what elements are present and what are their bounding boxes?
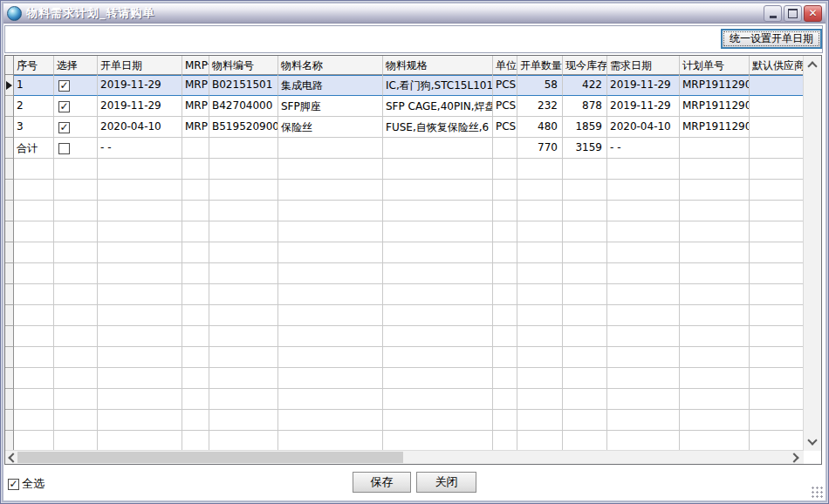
cell-stock[interactable]: 878	[563, 96, 607, 117]
cell-item_no[interactable]: B42704000	[209, 96, 278, 117]
cell-unit[interactable]: PCS	[493, 75, 517, 96]
scroll-left-button[interactable]	[5, 451, 18, 464]
header-cell-qty[interactable]: 开单数量	[517, 56, 563, 75]
horizontal-scrollbar[interactable]	[5, 450, 804, 464]
header-cell-order_date[interactable]: 开单日期	[98, 56, 182, 75]
cell-plan_no[interactable]	[680, 138, 750, 159]
cell-unit[interactable]: PCS	[493, 117, 517, 138]
cell-mrp[interactable]: MRP	[182, 117, 209, 138]
set-order-date-button[interactable]: 统一设置开单日期	[721, 29, 822, 49]
cell-mrp[interactable]	[182, 138, 209, 159]
header-cell-item_name[interactable]: 物料名称	[278, 56, 383, 75]
cell-item_name[interactable]: SFP脚座	[278, 96, 383, 117]
cell-item_no[interactable]: B02151501	[209, 75, 278, 96]
total-row[interactable]: 合计- -7703159- -	[5, 138, 804, 159]
row-select-checkbox[interactable]: ✓	[58, 122, 70, 133]
cell-order_date[interactable]: 2019-11-29	[98, 75, 182, 96]
cell-supplier[interactable]	[750, 117, 804, 138]
scroll-down-button[interactable]	[804, 434, 821, 449]
cell-qty	[517, 389, 563, 410]
cell-item_no[interactable]	[209, 138, 278, 159]
row-select-checkbox[interactable]: ✓	[58, 101, 70, 112]
footer-close-button[interactable]: 关闭	[416, 472, 476, 493]
cell-seq[interactable]: 2	[14, 96, 54, 117]
cell-spec[interactable]	[383, 138, 493, 159]
resize-grip[interactable]	[812, 487, 824, 499]
cell-item_name[interactable]	[278, 138, 383, 159]
cell-qty[interactable]: 770	[517, 138, 563, 159]
table-row[interactable]: 1✓2019-11-29MRPB02151501集成电路IC,看门狗,STC15…	[5, 75, 804, 96]
row-gutter-cell[interactable]	[5, 75, 14, 96]
header-cell-spec[interactable]: 物料规格	[383, 56, 493, 75]
cell-item_name[interactable]: 保险丝	[278, 117, 383, 138]
save-button[interactable]: 保存	[353, 472, 411, 493]
cell-seq[interactable]: 3	[14, 117, 54, 138]
cell-select	[54, 221, 98, 242]
select-all-control[interactable]: ✓ 全选	[8, 476, 45, 492]
scroll-up-button[interactable]	[804, 58, 821, 72]
header-cell-stock[interactable]: 现今库存	[563, 56, 607, 75]
cell-qty[interactable]: 58	[517, 75, 563, 96]
header-cell-seq[interactable]: 序号	[14, 56, 54, 75]
cell-seq[interactable]: 1	[14, 75, 54, 96]
cell-select[interactable]: ✓	[54, 117, 98, 138]
cell-spec[interactable]: SFP CAGE,40PIN,焊盘	[383, 96, 493, 117]
cell-select[interactable]	[54, 138, 98, 159]
cell-mrp[interactable]: MRP	[182, 96, 209, 117]
cell-mrp[interactable]: MRP	[182, 75, 209, 96]
table-row[interactable]: 3✓2020-04-10MRPB5195209002保险丝FUSE,自恢复保险丝…	[5, 117, 804, 138]
scroll-right-button[interactable]	[789, 451, 802, 464]
cell-spec[interactable]: FUSE,自恢复保险丝,6	[383, 117, 493, 138]
cell-supplier[interactable]	[750, 75, 804, 96]
maximize-button[interactable]	[784, 5, 802, 22]
header-cell-item_no[interactable]: 物料编号	[209, 56, 278, 75]
row-gutter-cell[interactable]	[5, 96, 14, 117]
cell-seq[interactable]: 合计	[14, 138, 54, 159]
cell-select[interactable]: ✓	[54, 75, 98, 96]
row-gutter-cell[interactable]	[5, 138, 14, 159]
row-select-checkbox[interactable]	[58, 143, 70, 154]
cell-unit[interactable]	[493, 138, 517, 159]
cell-select	[54, 431, 98, 451]
cell-qty[interactable]: 232	[517, 96, 563, 117]
row-select-checkbox[interactable]: ✓	[58, 80, 70, 92]
cell-order_date[interactable]: 2020-04-10	[98, 117, 182, 138]
cell-supplier[interactable]	[750, 138, 804, 159]
header-cell-plan_no[interactable]: 计划单号	[680, 56, 750, 75]
cell-spec[interactable]: IC,看门狗,STC15L101	[383, 75, 493, 96]
cell-stock[interactable]: 3159	[563, 138, 607, 159]
header-cell-need_date[interactable]: 需求日期	[607, 56, 680, 75]
cell-order_date[interactable]: 2019-11-29	[98, 96, 182, 117]
cell-unit[interactable]: PCS	[493, 96, 517, 117]
cell-need_date[interactable]: 2019-11-29	[607, 96, 680, 117]
cell-select[interactable]: ✓	[54, 96, 98, 117]
cell-stock[interactable]: 422	[563, 75, 607, 96]
cell-qty[interactable]: 480	[517, 117, 563, 138]
cell-need_date[interactable]: 2019-11-29	[607, 75, 680, 96]
cell-stock[interactable]: 1859	[563, 117, 607, 138]
vertical-scrollbar[interactable]	[803, 56, 821, 451]
cell-stock	[563, 347, 607, 368]
cell-need_date[interactable]: 2020-04-10	[607, 117, 680, 138]
select-all-checkbox[interactable]: ✓	[8, 479, 19, 490]
cell-order_date[interactable]: - -	[98, 138, 182, 159]
cell-stock	[563, 326, 607, 347]
cell-plan_no[interactable]: MRP19112900	[680, 96, 750, 117]
header-cell-supplier[interactable]: 默认供应商	[750, 56, 804, 75]
header-cell-unit[interactable]: 单位	[493, 56, 517, 75]
cell-need_date[interactable]: - -	[607, 138, 680, 159]
table-row[interactable]: 2✓2019-11-29MRPB42704000SFP脚座SFP CAGE,40…	[5, 96, 804, 117]
minimize-button[interactable]	[764, 5, 782, 22]
cell-item_no[interactable]: B5195209002	[209, 117, 278, 138]
close-button[interactable]: ✕	[804, 5, 822, 22]
horizontal-scrollbar-thumb[interactable]	[17, 452, 403, 463]
cell-supplier[interactable]	[750, 96, 804, 117]
header-cell-mrp[interactable]: MRP订单	[182, 56, 209, 75]
cell-plan_no[interactable]: MRP19112900	[680, 117, 750, 138]
cell-plan_no[interactable]: MRP19112900	[680, 75, 750, 96]
titlebar[interactable]: 物料需求计划_转请购单 ✕	[3, 3, 826, 24]
cell-item_no	[209, 284, 278, 305]
row-gutter-cell[interactable]	[5, 117, 14, 138]
header-cell-select[interactable]: 选择	[54, 56, 98, 75]
cell-item_name[interactable]: 集成电路	[278, 75, 383, 96]
